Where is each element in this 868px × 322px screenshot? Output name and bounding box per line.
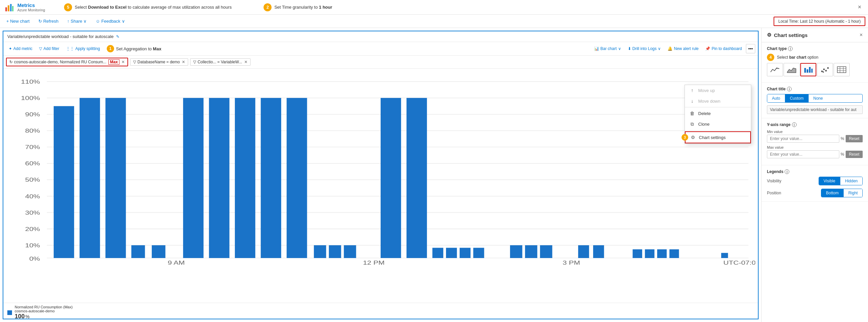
svg-text:110%: 110%	[21, 79, 40, 85]
chart-tool-right: 📊 Bar chart ∨ ⬇ Drill into Logs ∨ 🔔 New …	[591, 44, 755, 53]
bar-12	[329, 245, 341, 258]
chart-title-label: Chart title i	[767, 87, 863, 91]
svg-text:10%: 10%	[25, 242, 40, 249]
svg-text:70%: 70%	[25, 144, 40, 150]
delete-icon: 🗑	[689, 111, 695, 116]
svg-text:90%: 90%	[25, 111, 40, 118]
min-value-input[interactable]	[767, 135, 839, 143]
bar-2	[80, 98, 100, 258]
settings-close-button[interactable]: ×	[860, 32, 863, 38]
close-button[interactable]: ×	[855, 2, 864, 12]
drill-icon: ⬇	[628, 46, 631, 51]
svg-text:3 PM: 3 PM	[563, 260, 580, 266]
table-chart-type-button[interactable]	[834, 63, 850, 76]
svg-text:100%: 100%	[21, 95, 40, 101]
drill-into-logs-button[interactable]: ⬇ Drill into Logs ∨	[625, 45, 664, 52]
add-filter-icon: ▽	[39, 46, 42, 51]
position-options: Bottom Right	[821, 189, 863, 197]
add-filter-button[interactable]: ▽ Add filter	[36, 45, 62, 52]
legend-color	[7, 310, 12, 315]
chart-title-section: Chart title i Auto Custom None	[762, 83, 868, 118]
position-row: Position Bottom Right	[767, 189, 863, 197]
feedback-icon: ☺	[95, 19, 100, 24]
context-menu-separator-2	[685, 130, 751, 131]
metric-tag-2[interactable]: ▽ Collectio... = VariableW... ✕	[190, 58, 250, 66]
svg-text:0%: 0%	[29, 255, 40, 262]
bar-chart-chevron: ∨	[618, 46, 621, 51]
svg-text:12 PM: 12 PM	[363, 260, 384, 266]
chart-svg: 110% 100% 90% 80% 70% 60% 50% 40% 30% 20…	[6, 71, 755, 266]
new-chart-button[interactable]: + New chart	[3, 17, 33, 25]
visibility-hidden-button[interactable]: Hidden	[840, 177, 862, 185]
bar-18	[460, 248, 471, 258]
legends-section: Legends i Visibility Visible Hidden Posi…	[762, 165, 868, 202]
chart-title-custom-button[interactable]: Custom	[785, 94, 809, 102]
max-value-input-row: % Reset	[767, 150, 863, 158]
position-bottom-button[interactable]: Bottom	[821, 189, 844, 197]
edit-icon[interactable]: ✎	[116, 34, 119, 39]
metric-tag-0[interactable]: ↻ cosmos-autoscale-demo, Normalized RU C…	[6, 58, 128, 66]
chart-type-label: Chart type i	[767, 46, 863, 51]
scatter-chart-type-button[interactable]	[817, 63, 833, 76]
chart-title-none-button[interactable]: None	[809, 94, 828, 102]
drill-chevron: ∨	[658, 46, 661, 51]
chart-type-row	[767, 63, 863, 76]
svg-rect-1	[8, 5, 9, 11]
bar-chart-type-button[interactable]	[800, 63, 816, 76]
context-menu-delete[interactable]: 🗑 Delete	[685, 108, 751, 119]
svg-point-37	[821, 71, 823, 72]
metric-tag-label-2: Collectio... = VariableW...	[197, 60, 242, 64]
chart-type-info-icon[interactable]: i	[788, 46, 793, 51]
bar-13	[344, 245, 356, 258]
metric-tag-remove-2[interactable]: ✕	[244, 60, 248, 64]
max-reset-button[interactable]: Reset	[846, 151, 863, 158]
time-range-button[interactable]: Local Time: Last 12 hours (Automatic - 1…	[774, 17, 865, 26]
bar-10	[286, 98, 307, 258]
bar-11	[314, 245, 326, 258]
line-chart-type-button[interactable]	[767, 63, 783, 76]
legends-info-icon[interactable]: i	[784, 169, 789, 174]
main-layout: Variable/unpredictable workload - suitab…	[0, 28, 868, 322]
bar-3	[105, 98, 126, 258]
add-metric-button[interactable]: ✦ Add metric	[6, 45, 35, 52]
legend-value-row: 100 %	[15, 313, 73, 319]
metric-tag-remove-1[interactable]: ✕	[182, 60, 185, 64]
bar-9	[261, 98, 281, 258]
chart-title-auto-button[interactable]: Auto	[767, 94, 785, 102]
context-menu-clone[interactable]: ⧉ Clone	[685, 119, 751, 130]
app-title-main: Metrics	[17, 2, 45, 8]
chart-title-info-icon[interactable]: i	[787, 87, 792, 91]
visibility-options: Visible Hidden	[818, 177, 863, 185]
bar-7	[209, 98, 229, 258]
more-options-button[interactable]: •••	[746, 44, 755, 53]
svg-text:UTC-07:00: UTC-07:00	[723, 260, 755, 266]
visibility-visible-button[interactable]: Visible	[819, 177, 840, 185]
context-menu-chart-settings[interactable]: 3 ⚙ Chart settings	[685, 131, 751, 143]
svg-rect-0	[5, 7, 7, 11]
area-chart-type-button[interactable]	[784, 63, 800, 76]
pin-to-dashboard-button[interactable]: 📌 Pin to dashboard	[703, 45, 745, 52]
min-reset-button[interactable]: Reset	[846, 135, 863, 142]
share-button[interactable]: ↑ Share ∨	[63, 17, 90, 25]
feedback-button[interactable]: ☺ Feedback ∨	[92, 17, 128, 25]
settings-icon: ⚙	[690, 135, 695, 140]
y-axis-info-icon[interactable]: i	[792, 122, 797, 127]
chart-type-section: Chart type i 4 Select bar chart option	[762, 42, 868, 83]
settings-title-area: ⚙ Chart settings	[767, 32, 808, 38]
bar-chart-button[interactable]: 📊 Bar chart ∨	[591, 45, 624, 52]
position-right-button[interactable]: Right	[844, 189, 862, 197]
feedback-chevron: ∨	[122, 19, 125, 24]
apply-splitting-button[interactable]: ⋮⋮ Apply splitting	[63, 45, 103, 52]
bar-21	[525, 245, 537, 258]
refresh-button[interactable]: ↻ Refresh	[35, 17, 62, 25]
metric-tag-1[interactable]: ▽ DatabaseName = demo ✕	[130, 58, 188, 66]
step5-badge: 5	[64, 3, 72, 11]
instruction-step5: 5 Select Download to Excel to calculate …	[64, 3, 231, 11]
chart-title-input[interactable]	[767, 105, 863, 114]
new-alert-rule-button[interactable]: 🔔 New alert rule	[665, 45, 701, 52]
metric-tag-remove-0[interactable]: ✕	[121, 60, 125, 64]
visibility-row: Visibility Visible Hidden	[767, 177, 863, 185]
share-chevron: ∨	[84, 19, 87, 24]
legend-info: Normalized RU Consumption (Max) cosmos-a…	[15, 305, 73, 319]
max-value-input[interactable]	[767, 150, 839, 158]
